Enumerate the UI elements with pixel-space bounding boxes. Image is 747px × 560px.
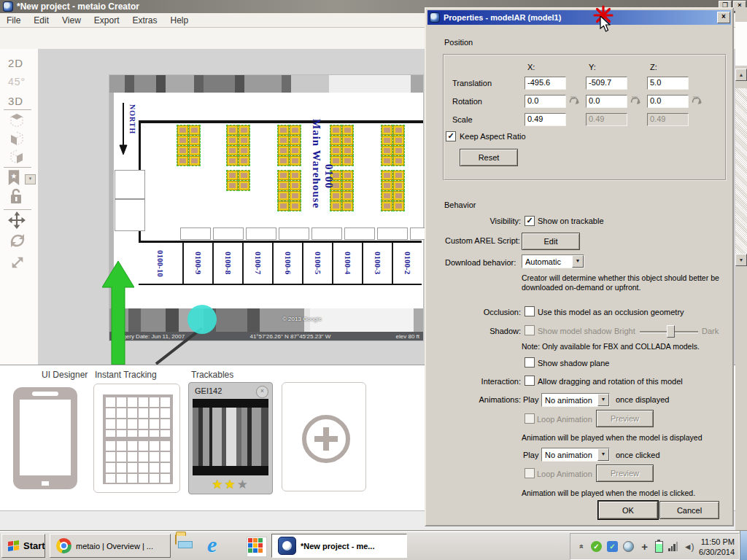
cube-left-face-icon[interactable]	[9, 131, 25, 147]
pallet-marker[interactable]	[227, 146, 238, 155]
pallet-marker[interactable]	[342, 156, 353, 166]
quicklaunch-folder-icon[interactable]	[175, 535, 177, 544]
pallet-marker[interactable]	[239, 136, 249, 145]
dropdown-arrow-icon[interactable]	[572, 255, 584, 268]
reset-button[interactable]: Reset	[460, 149, 518, 166]
pallet-marker[interactable]	[290, 191, 301, 201]
pallet-marker[interactable]	[342, 146, 353, 155]
pallet-marker[interactable]	[177, 146, 188, 155]
rotate-90-z-button[interactable]: 90°	[690, 94, 703, 106]
pallet-marker[interactable]	[290, 136, 301, 145]
bookmark-dropdown-button[interactable]: ▼	[25, 174, 36, 184]
translation-z-field[interactable]: 5.0	[647, 77, 689, 90]
move-arrows-icon[interactable]: +	[639, 541, 650, 552]
pallet-marker[interactable]	[239, 181, 249, 190]
occlusion-checkbox[interactable]	[525, 306, 535, 316]
rotate-90-y-button[interactable]: 90°	[629, 94, 642, 106]
view-mode-button[interactable]: 3D	[0, 95, 38, 114]
rotation-y-field[interactable]: 0.0	[586, 95, 627, 108]
rotate-tool-icon[interactable]	[9, 232, 26, 249]
pallet-marker[interactable]	[278, 181, 289, 190]
pallet-marker[interactable]	[342, 136, 353, 145]
show-on-trackable-checkbox[interactable]: ✓	[525, 216, 535, 226]
signal-bars-icon[interactable]	[668, 542, 678, 551]
pallet-marker[interactable]	[189, 156, 200, 166]
cancel-button[interactable]: Cancel	[659, 501, 719, 519]
bookmark-star-icon[interactable]: ★	[7, 170, 20, 186]
pallet-marker[interactable]	[227, 171, 238, 180]
view-mode-button[interactable]: 45°	[0, 76, 38, 95]
remove-trackable-button[interactable]	[256, 386, 268, 398]
add-trackable-button[interactable]	[282, 382, 366, 491]
pallet-marker[interactable]	[278, 146, 289, 155]
pallet-marker[interactable]	[290, 156, 301, 166]
menu-item[interactable]: View	[55, 14, 88, 27]
interaction-checkbox[interactable]	[525, 376, 535, 386]
pallet-marker[interactable]	[342, 125, 353, 135]
clicked-animation-dropdown[interactable]: No animation	[541, 448, 610, 462]
app-grid-icon[interactable]	[247, 537, 267, 557]
download-behavior-dropdown[interactable]: Automatic	[522, 254, 584, 268]
menu-item[interactable]: Export	[88, 14, 126, 27]
pallet-marker[interactable]	[227, 156, 238, 166]
menu-item[interactable]: Extras	[126, 14, 164, 27]
pallet-marker[interactable]	[278, 191, 289, 201]
menu-item[interactable]: File	[0, 14, 27, 27]
pallet-marker[interactable]	[342, 191, 353, 201]
pallet-marker[interactable]	[177, 156, 188, 166]
keep-aspect-checkbox[interactable]: ✓	[446, 131, 456, 141]
pallet-marker[interactable]	[239, 156, 249, 166]
pallet-marker[interactable]	[382, 156, 392, 166]
pallet-marker[interactable]	[290, 201, 301, 211]
trackable-card[interactable]: GEI142	[188, 382, 273, 494]
pallet-marker[interactable]	[382, 191, 392, 201]
pallet-marker[interactable]	[382, 146, 392, 155]
cube-right-face-icon[interactable]	[9, 149, 25, 165]
move-tool-icon[interactable]	[7, 211, 26, 230]
dropdown-arrow-icon[interactable]	[597, 448, 609, 461]
pallet-marker[interactable]	[382, 125, 392, 135]
ar-model-green-arrow[interactable]	[102, 261, 134, 365]
pallet-marker[interactable]	[177, 136, 188, 145]
speaker-icon[interactable]: ◄)	[683, 541, 694, 552]
pallet-marker[interactable]	[227, 181, 238, 190]
rotation-z-field[interactable]: 0.0	[647, 95, 689, 108]
rotate-90-x-button[interactable]: 90°	[568, 94, 581, 106]
menu-item[interactable]: Help	[164, 14, 196, 27]
task-button-creator[interactable]: *New project - me...	[271, 534, 407, 558]
ok-button[interactable]: OK	[598, 501, 658, 519]
pallet-marker[interactable]	[278, 171, 289, 180]
pallet-marker[interactable]	[278, 156, 289, 166]
pallet-marker[interactable]	[278, 201, 289, 211]
pallet-marker[interactable]	[189, 136, 200, 145]
pallet-marker[interactable]	[227, 136, 238, 145]
translation-x-field[interactable]: -495.6	[525, 77, 566, 90]
menu-item[interactable]: Edit	[27, 14, 55, 27]
pallet-marker[interactable]	[278, 136, 289, 145]
dialog-close-button[interactable]	[717, 12, 730, 23]
pallet-marker[interactable]	[382, 136, 392, 145]
taskbar-clock[interactable]: 11:50 PM 6/30/2014	[699, 537, 735, 557]
internet-explorer-icon[interactable]: e	[207, 534, 217, 556]
dropdown-arrow-icon[interactable]	[597, 394, 609, 406]
pallet-marker[interactable]	[239, 171, 249, 180]
scale-tool-icon[interactable]	[9, 254, 26, 271]
shadow-plane-checkbox[interactable]	[525, 357, 535, 368]
pallet-marker[interactable]	[290, 171, 301, 180]
task-button-browser[interactable]: metaio | Overview | ...	[50, 534, 171, 558]
ui-designer-phone-button[interactable]	[13, 387, 77, 489]
pallet-marker[interactable]	[393, 171, 404, 180]
pallet-marker[interactable]	[227, 125, 238, 135]
instant-tracking-card[interactable]	[93, 384, 180, 493]
pallet-marker[interactable]	[290, 125, 301, 135]
displayed-animation-dropdown[interactable]: No animation	[541, 393, 610, 407]
pallet-marker[interactable]	[177, 125, 188, 135]
pallet-marker[interactable]	[342, 171, 353, 180]
tray-expand-icon[interactable]: »	[575, 541, 586, 552]
skype-icon[interactable]: ✓	[591, 541, 602, 552]
scroll-up-button[interactable]: ▲	[735, 69, 747, 81]
pallet-marker[interactable]	[382, 181, 392, 190]
scroll-down-button[interactable]: ▼	[735, 254, 747, 266]
pallet-marker[interactable]	[382, 201, 392, 211]
pallet-marker[interactable]	[189, 146, 200, 155]
